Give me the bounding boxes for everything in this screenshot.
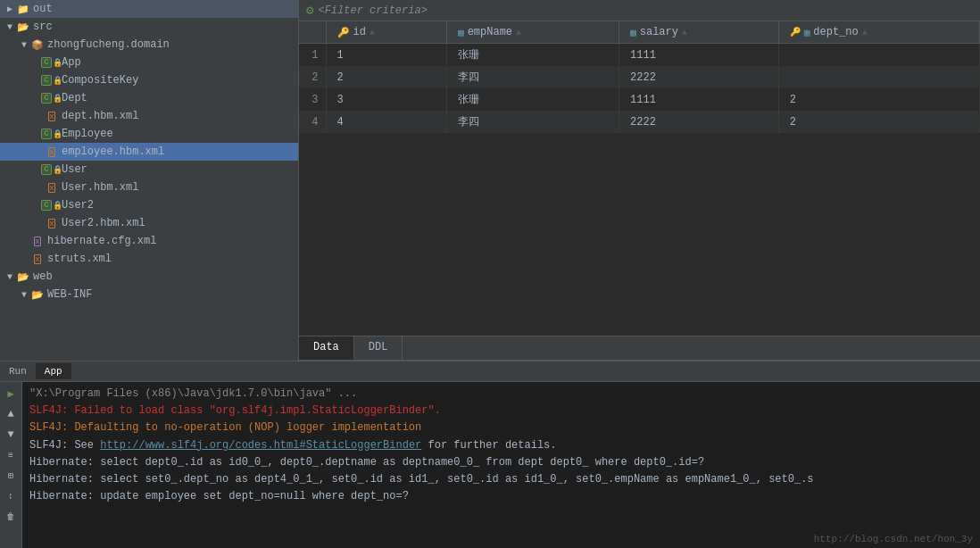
- sidebar-item-CompositeKey[interactable]: C 🔒 CompositeKey: [0, 71, 298, 89]
- sidebar-item-Dept[interactable]: C 🔒 Dept: [0, 89, 298, 107]
- key-icon-dept: 🔑: [790, 27, 801, 37]
- sidebar-item-Employee[interactable]: C 🔒 Employee: [0, 125, 298, 143]
- col-name-salary: salary: [640, 26, 678, 38]
- sort-arrow-id[interactable]: ▲: [370, 28, 375, 37]
- xml-icon-struts.xml: X: [30, 252, 45, 266]
- console-line-1: SLF4J: Failed to load class "org.slf4j.i…: [29, 403, 973, 419]
- cell-id-2: 3: [326, 88, 447, 111]
- console-area: Run App ▶ ▲ ▼ ≡ ⊞ ↕ 🗑 "X:\Program Files …: [0, 361, 980, 548]
- sidebar-item-App[interactable]: C 🔒 App: [0, 54, 298, 71]
- cell-dept-3: 2: [778, 111, 979, 133]
- cell-empname-3: 李四: [447, 111, 619, 133]
- tree-arrow-out: ▶: [4, 4, 16, 14]
- sidebar-label-User.hbm.xml: User.hbm.xml: [62, 181, 138, 194]
- console-left-bar: ▶ ▲ ▼ ≡ ⊞ ↕ 🗑: [0, 382, 22, 548]
- console-output: "X:\Program Files (x86)\Java\jdk1.7.0\bi…: [22, 382, 980, 548]
- console-tab-run[interactable]: Run: [0, 363, 36, 379]
- run-button[interactable]: ▶: [3, 386, 19, 402]
- tab-ddl[interactable]: DDL: [354, 336, 403, 360]
- sidebar-item-User[interactable]: C 🔒 User: [0, 161, 298, 179]
- col-header-dept-no: 🔑 ▦ dept_no ▲: [778, 21, 979, 44]
- sidebar-item-out[interactable]: ▶📁out: [0, 0, 298, 18]
- sort-arrow-dept[interactable]: ▲: [862, 28, 868, 37]
- console-line-3: SLF4J: See http://www.slf4j.org/codes.ht…: [29, 437, 973, 454]
- sidebar-item-employee.hbm.xml[interactable]: X employee.hbm.xml: [0, 143, 298, 161]
- sidebar-item-struts.xml[interactable]: X struts.xml: [0, 250, 298, 268]
- folder-icon-out: 📁: [16, 2, 30, 16]
- table-header-row: 🔑 id ▲ ▦ empName ▲: [299, 21, 980, 44]
- sidebar-item-hibernate.cfg.xml[interactable]: X hibernate.cfg.xml: [0, 232, 298, 250]
- sidebar-label-web: web: [33, 270, 53, 283]
- col-icon-salary: ▦: [630, 27, 636, 38]
- class-icon-App: C 🔒: [45, 55, 59, 70]
- row-num-0: 1: [299, 44, 326, 67]
- sidebar-item-dept.hbm.xml[interactable]: X dept.hbm.xml: [0, 107, 298, 125]
- tree-arrow-src: ▼: [4, 22, 16, 32]
- cell-salary-0: 1111: [619, 44, 779, 67]
- cell-empname-2: 张珊: [447, 88, 619, 111]
- xml-icon-User2.hbm.xml: X: [45, 216, 59, 230]
- tool1-button[interactable]: ≡: [3, 447, 19, 463]
- sort-arrow-salary[interactable]: ▲: [682, 28, 687, 37]
- col-icon-empname: ▦: [458, 27, 464, 38]
- sidebar-item-User2.hbm.xml[interactable]: X User2.hbm.xml: [0, 214, 298, 232]
- class-icon-Dept: C 🔒: [45, 91, 59, 105]
- tab-data[interactable]: Data: [299, 336, 354, 360]
- cell-id-1: 2: [326, 66, 447, 88]
- table-row[interactable]: 3 3 张珊 1111 2: [299, 88, 980, 111]
- main-area: ▶📁out▼📂src▼📦zhongfucheng.domain C 🔒 App …: [0, 0, 980, 361]
- sort-arrow-empname[interactable]: ▲: [516, 28, 521, 37]
- package-icon-zhongfucheng.domain: 📦: [30, 37, 45, 52]
- filter-placeholder: <Filter criteria>: [318, 4, 427, 17]
- table-row[interactable]: 2 2 李四 2222: [299, 66, 980, 88]
- tree-arrow-web: ▼: [4, 272, 16, 282]
- cell-salary-1: 2222: [619, 66, 779, 88]
- sidebar-item-src[interactable]: ▼📂src: [0, 18, 298, 36]
- tab-bar: Data DDL: [299, 336, 980, 361]
- data-table-wrapper: 🔑 id ▲ ▦ empName ▲: [299, 21, 980, 336]
- sidebar-item-User2[interactable]: C 🔒 User2: [0, 196, 298, 214]
- xml-icon-User.hbm.xml: X: [45, 180, 59, 195]
- sidebar-label-struts.xml: struts.xml: [47, 253, 112, 265]
- table-row[interactable]: 4 4 李四 2222 2: [299, 111, 980, 133]
- xml-icon-employee.hbm.xml: X: [45, 145, 59, 159]
- filter-icon: ⚙: [306, 3, 313, 18]
- scroll-up-button[interactable]: ▲: [3, 406, 19, 422]
- console-tab-app[interactable]: App: [36, 363, 71, 379]
- console-line-6: Hibernate: update employee set dept_no=n…: [29, 488, 973, 505]
- tool4-button[interactable]: 🗑: [3, 509, 19, 525]
- class-icon-User: C 🔒: [45, 162, 59, 177]
- tool2-button[interactable]: ⊞: [3, 468, 19, 484]
- watermark: http://blog.csdn.net/hon_3y: [814, 534, 973, 544]
- tool3-button[interactable]: ↕: [3, 488, 19, 504]
- table-row[interactable]: 1 1 张珊 1111: [299, 44, 980, 67]
- sidebar-label-CompositeKey: CompositeKey: [62, 74, 138, 87]
- console-link-3[interactable]: http://www.slf4j.org/codes.html#StaticLo…: [100, 439, 421, 452]
- row-num-header: [299, 21, 326, 44]
- data-table: 🔑 id ▲ ▦ empName ▲: [299, 21, 980, 133]
- col-name-dept-no: dept_no: [813, 26, 858, 38]
- sidebar-item-zhongfucheng.domain[interactable]: ▼📦zhongfucheng.domain: [0, 36, 298, 54]
- sidebar-label-User2.hbm.xml: User2.hbm.xml: [62, 217, 145, 229]
- sidebar-label-WEB-INF: WEB-INF: [47, 288, 92, 301]
- cell-salary-3: 2222: [619, 111, 779, 133]
- class-icon-CompositeKey: C 🔒: [45, 73, 59, 87]
- class-icon-Employee: C 🔒: [45, 127, 59, 141]
- sidebar-item-User.hbm.xml[interactable]: X User.hbm.xml: [0, 179, 298, 196]
- sidebar-item-web[interactable]: ▼📂web: [0, 268, 298, 286]
- folder-icon-WEB-INF: 📂: [30, 287, 45, 302]
- sidebar-item-WEB-INF[interactable]: ▼📂WEB-INF: [0, 286, 298, 303]
- xml-icon-dept.hbm.xml: X: [45, 109, 59, 123]
- scroll-down-button[interactable]: ▼: [3, 427, 19, 443]
- folder-icon-src: 📂: [16, 20, 30, 34]
- row-num-3: 4: [299, 111, 326, 133]
- cell-dept-0: [778, 44, 979, 67]
- console-line-2: SLF4J: Defaulting to no-operation (NOP) …: [29, 419, 973, 436]
- sidebar-label-Dept: Dept: [62, 92, 87, 104]
- tree-arrow-zhongfucheng.domain: ▼: [18, 40, 30, 50]
- cell-salary-2: 1111: [619, 88, 779, 111]
- sidebar-label-zhongfucheng.domain: zhongfucheng.domain: [47, 38, 170, 51]
- col-header-empname: ▦ empName ▲: [447, 21, 619, 44]
- console-line-4: Hibernate: select dept0_.id as id0_0_, d…: [29, 454, 973, 471]
- key-icon: 🔑: [337, 27, 350, 38]
